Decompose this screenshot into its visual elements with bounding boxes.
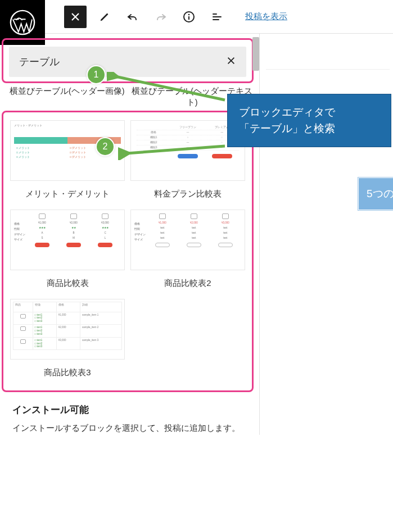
pattern-thumb: 価格性能デザインサイズ ¥1,000★★★AS ¥2,000★★BM ¥3,00… [10, 210, 125, 270]
callout-line-2: 「テーブル」と検索 [239, 121, 380, 137]
pattern-thumb: 価格性能デザインサイズ ¥1,000texttexttext ¥2,000tex… [130, 210, 245, 270]
annotation-callout: ブロックエディタで 「テーブル」と検索 [227, 94, 391, 147]
undo-icon [126, 10, 139, 24]
pattern-label: 料金プラン比較表 [154, 189, 222, 199]
close-inserter-button[interactable] [64, 6, 87, 28]
close-icon [70, 11, 81, 22]
outline-button[interactable] [207, 7, 227, 27]
svg-rect-3 [188, 16, 189, 20]
callout-line-1: ブロックエディタで [239, 104, 380, 121]
pattern-merit-demerit[interactable]: メリット・デメリット メリットメリットメリット デメリットデメリットデメリット … [10, 120, 125, 203]
annotation-marker-2: 2 [96, 137, 115, 156]
annotation-marker-1: 1 [87, 65, 106, 84]
partial-button: 5つの [358, 178, 393, 210]
clear-search-button[interactable] [226, 54, 236, 69]
svg-point-2 [188, 13, 190, 15]
view-post-link[interactable]: 投稿を表示 [245, 11, 287, 22]
pattern-thumb: 商品特徴価格詳細 □ text1□ text2□ text3¥1,000samp… [10, 299, 125, 360]
annotation-arrow-1 [107, 72, 231, 106]
pattern-label: 商品比較表2 [164, 278, 211, 289]
svg-line-4 [115, 76, 225, 100]
undo-button[interactable] [123, 7, 143, 27]
pattern-product-compare-2[interactable]: 価格性能デザインサイズ ¥1,000texttexttext ¥2,000tex… [130, 210, 245, 292]
scrollbar-thumb[interactable] [252, 37, 259, 71]
installable-description: インストールするブロックを選択して、投稿に追加します。 [12, 421, 247, 435]
pattern-label: 商品比較表 [47, 278, 89, 289]
info-button[interactable] [179, 7, 199, 27]
list-icon [210, 10, 224, 24]
redo-button[interactable] [151, 7, 171, 27]
pattern-label: メリット・デメリット [25, 189, 110, 199]
edit-button[interactable] [94, 7, 115, 27]
wordpress-icon [9, 9, 36, 36]
annotation-arrow-2 [118, 143, 231, 160]
pencil-icon [98, 11, 111, 23]
x-icon [226, 56, 236, 66]
editor-toolbar: 投稿を表示 [0, 0, 393, 34]
editor-canvas-edge [266, 53, 390, 70]
block-search-input[interactable] [19, 56, 75, 68]
redo-icon [154, 10, 168, 24]
installable-heading: インストール可能 [12, 403, 247, 416]
pattern-label: 商品比較表3 [44, 367, 91, 378]
installable-section: インストール可能 インストールするブロックを選択して、投稿に追加します。 [0, 398, 259, 435]
pattern-product-compare-3[interactable]: 商品特徴価格詳細 □ text1□ text2□ text3¥1,000samp… [10, 299, 125, 381]
svg-line-5 [127, 146, 225, 153]
info-icon [182, 10, 196, 24]
pattern-product-compare[interactable]: 価格性能デザインサイズ ¥1,000★★★AS ¥2,000★★BM ¥3,00… [10, 210, 125, 292]
